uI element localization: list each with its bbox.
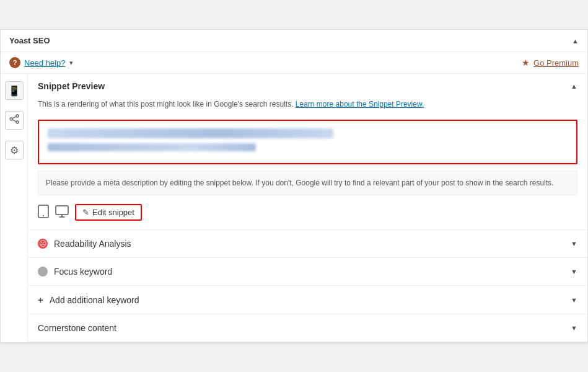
- panel-collapse-arrow[interactable]: ▲: [572, 37, 579, 45]
- sidebar-icon-settings[interactable]: ⚙: [5, 141, 24, 159]
- svg-point-2: [16, 121, 19, 123]
- snippet-preview-collapse[interactable]: ▲: [571, 82, 577, 90]
- star-icon: ★: [522, 58, 530, 68]
- focus-keyword-section[interactable]: Focus keyword ▼: [28, 258, 587, 286]
- share-icon: [9, 114, 19, 126]
- toolbar-left: ? Need help? ▾: [9, 57, 73, 68]
- svg-line-4: [12, 120, 16, 122]
- additional-keyword-left: + Add additional keyword: [38, 294, 139, 305]
- additional-keyword-section[interactable]: + Add additional keyword ▼: [28, 286, 587, 314]
- svg-rect-7: [56, 206, 68, 215]
- go-premium-area: ★ Go Premium: [522, 58, 579, 68]
- panel-header: Yoast SEO ▲: [1, 30, 587, 52]
- mobile-icon: 📱: [8, 85, 20, 97]
- focus-keyword-label: Focus keyword: [54, 267, 112, 277]
- focus-keyword-dot: [38, 267, 48, 277]
- readability-arrow: ▼: [571, 240, 577, 247]
- svg-point-1: [10, 118, 12, 120]
- mobile-device-icon[interactable]: [38, 205, 49, 221]
- readability-status-icon: ☹: [38, 239, 48, 249]
- additional-keyword-label: Add additional keyword: [50, 295, 139, 305]
- settings-icon: ⚙: [10, 144, 19, 156]
- chevron-down-icon[interactable]: ▾: [69, 59, 73, 67]
- desktop-device-icon[interactable]: [55, 205, 69, 220]
- additional-keyword-arrow: ▼: [571, 296, 577, 304]
- need-help-link[interactable]: Need help?: [24, 58, 66, 68]
- readability-section[interactable]: ☹ Readability Analysis ▼: [28, 230, 587, 258]
- yoast-panel: Yoast SEO ▲ ? Need help? ▾ ★ Go Premium …: [0, 29, 588, 343]
- snippet-actions: ✎ Edit snippet: [28, 202, 587, 229]
- edit-snippet-button[interactable]: ✎ Edit snippet: [75, 204, 142, 221]
- snippet-url-blurred: [48, 143, 256, 151]
- focus-keyword-left: Focus keyword: [38, 267, 112, 277]
- snippet-preview-box: [38, 120, 577, 164]
- sidebar-icon-share[interactable]: [5, 111, 24, 130]
- snippet-preview-header: Snippet Preview ▲: [28, 74, 587, 99]
- svg-point-6: [43, 215, 44, 216]
- content-area: Snippet Preview ▲ This is a rendering of…: [28, 74, 587, 342]
- cornerstone-label: Cornerstone content: [38, 323, 116, 333]
- sidebar-icon-mobile[interactable]: 📱: [5, 81, 24, 100]
- learn-more-link[interactable]: Learn more about the Snippet Preview.: [296, 100, 424, 108]
- help-icon[interactable]: ?: [9, 57, 20, 68]
- cornerstone-section[interactable]: Cornerstone content ▼: [28, 314, 587, 342]
- svg-line-3: [12, 117, 16, 118]
- sidebar: 📱 ⚙: [1, 74, 28, 342]
- readability-left: ☹ Readability Analysis: [38, 239, 131, 249]
- main-content: 📱 ⚙: [1, 74, 587, 342]
- cornerstone-left: Cornerstone content: [38, 323, 116, 333]
- cornerstone-arrow: ▼: [571, 324, 577, 332]
- toolbar: ? Need help? ▾ ★ Go Premium: [1, 52, 587, 74]
- svg-point-0: [16, 115, 19, 117]
- readability-label: Readability Analysis: [54, 239, 131, 249]
- snippet-warning: Please provide a meta description by edi…: [38, 170, 577, 195]
- snippet-preview-description: This is a rendering of what this post mi…: [28, 99, 587, 116]
- snippet-title-blurred: [48, 128, 333, 138]
- panel-title: Yoast SEO: [9, 36, 50, 45]
- plus-icon: +: [38, 294, 43, 305]
- focus-keyword-arrow: ▼: [571, 268, 577, 275]
- snippet-preview-title: Snippet Preview: [38, 81, 105, 91]
- go-premium-button[interactable]: Go Premium: [533, 58, 579, 68]
- pencil-icon: ✎: [82, 208, 89, 217]
- snippet-preview-section: Snippet Preview ▲ This is a rendering of…: [28, 74, 587, 230]
